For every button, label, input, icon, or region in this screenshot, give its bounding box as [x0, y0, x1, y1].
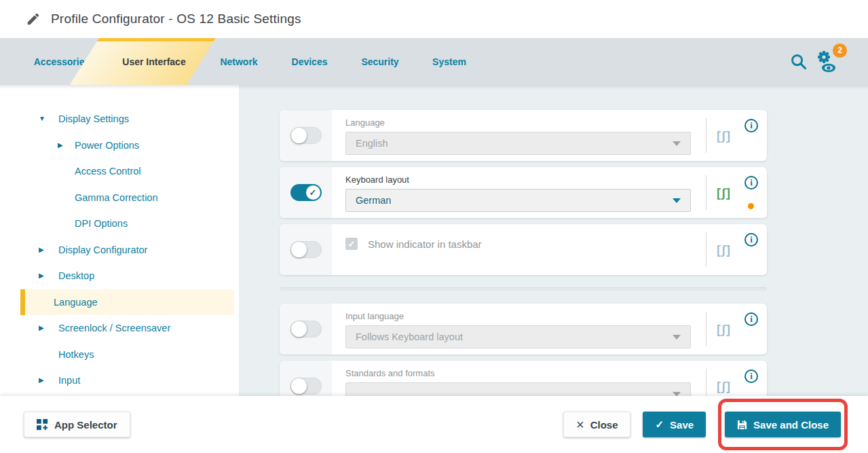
group-divider [280, 287, 767, 291]
field-label: Input language [345, 311, 691, 321]
save-button[interactable]: ✓ Save [643, 412, 706, 437]
expand-arrow-icon[interactable]: ▶ [39, 315, 44, 342]
page-title: Profile Configurator - OS 12 Basic Setti… [51, 12, 301, 26]
search-icon[interactable] [789, 52, 808, 71]
sidebar-item-display-settings[interactable]: ▼ Display Settings [20, 106, 234, 132]
info-icon[interactable]: i [744, 176, 758, 189]
app-selector-button[interactable]: App Selector [24, 412, 130, 437]
language-select: English [345, 132, 691, 155]
pencil-icon [26, 12, 41, 26]
toggle-check-icon: ✓ [306, 185, 320, 200]
setting-row-keyboard-layout: ✓ Keyboard layout German [ʃ] i [280, 167, 767, 218]
info-icon[interactable]: i [744, 119, 758, 132]
app-grid-plus-icon [37, 419, 48, 431]
standards-formats-select [345, 382, 691, 396]
view-settings-gear-eye-icon[interactable]: 2 [816, 50, 839, 74]
info-icon[interactable]: i [744, 312, 758, 326]
setting-row-standards-formats: Standards and formats [ʃ] i [280, 361, 767, 396]
notification-badge: 2 [833, 43, 847, 58]
sidebar-item-language[interactable]: Language [20, 289, 234, 316]
script-variable-icon[interactable]: [ʃ] [717, 242, 731, 257]
standards-formats-toggle[interactable] [290, 378, 322, 395]
modified-indicator-dot [748, 203, 754, 209]
field-label: Keyboard layout [345, 175, 691, 185]
sidebar-item-dpi-options[interactable]: DPI Options [20, 211, 234, 237]
tab-system[interactable]: System [432, 38, 466, 85]
script-variable-icon[interactable]: [ʃ] [717, 128, 731, 143]
collapse-arrow-icon[interactable]: ▼ [39, 106, 45, 132]
highlight-annotation-box: Save and Close [718, 399, 848, 450]
keyboard-layout-toggle[interactable]: ✓ [290, 184, 322, 201]
keyboard-layout-select[interactable]: German [345, 189, 691, 212]
window-header: Profile Configurator - OS 12 Basic Setti… [0, 0, 868, 38]
setting-row-input-language: Input language Follows Keyboard layout [… [280, 304, 767, 355]
sidebar-item-power-options[interactable]: ▶ Power Options [20, 132, 234, 159]
info-icon[interactable]: i [744, 369, 758, 383]
sidebar-item-desktop[interactable]: ▶ Desktop [20, 263, 234, 289]
field-label: Language [345, 117, 691, 128]
expand-arrow-icon[interactable]: ▶ [39, 367, 44, 394]
close-x-icon: × [576, 418, 584, 431]
selected-value: German [356, 195, 391, 206]
tab-bar: Accessories User Interface Network Devic… [0, 38, 868, 85]
input-language-select: Follows Keyboard layout [345, 325, 691, 348]
settings-tree-sidebar: ▼ Display Settings ▶ Power Options Acces… [0, 85, 239, 396]
field-label: Show indicator in taskbar [368, 238, 482, 250]
close-button[interactable]: × Close [563, 412, 631, 437]
sidebar-item-display-configurator[interactable]: ▶ Display Configurator [20, 237, 234, 264]
info-icon[interactable]: i [744, 233, 758, 247]
selected-value: Follows Keyboard layout [356, 331, 463, 342]
sidebar-item-screenlock-screensaver[interactable]: ▶ Screenlock / Screensaver [20, 315, 234, 342]
settings-panel: Language English [ʃ] i ✓ Keyboard layout [239, 85, 868, 396]
selected-value: English [356, 138, 388, 149]
expand-arrow-icon[interactable]: ▶ [39, 263, 44, 289]
show-indicator-toggle[interactable] [290, 241, 322, 258]
dropdown-caret-icon [673, 335, 681, 340]
tab-network[interactable]: Network [220, 38, 257, 85]
action-bar: App Selector × Close ✓ Save [0, 396, 868, 453]
tab-user-interface[interactable]: User Interface [122, 38, 185, 85]
script-variable-icon[interactable]: [ʃ] [717, 379, 731, 393]
script-variable-icon[interactable]: [ʃ] [717, 322, 731, 336]
dropdown-caret-icon [673, 198, 681, 203]
tab-devices[interactable]: Devices [292, 38, 328, 85]
sidebar-item-gamma-correction[interactable]: Gamma Correction [20, 185, 234, 211]
input-language-toggle[interactable] [290, 321, 322, 338]
tab-security[interactable]: Security [361, 38, 398, 85]
setting-row-show-indicator: ✓ Show indicator in taskbar [ʃ] i [280, 224, 767, 275]
check-icon: ✓ [655, 418, 664, 431]
script-variable-icon[interactable]: [ʃ] [717, 185, 731, 200]
sidebar-item-hotkeys[interactable]: Hotkeys [20, 342, 234, 368]
save-and-close-button[interactable]: Save and Close [725, 412, 841, 437]
language-toggle[interactable] [290, 127, 322, 144]
field-label: Standards and formats [345, 368, 691, 378]
taskbar-indicator-checkbox: ✓ [345, 238, 358, 250]
sidebar-item-input[interactable]: ▶ Input [20, 367, 234, 394]
dropdown-caret-icon [673, 141, 681, 146]
setting-row-language: Language English [ʃ] i [280, 110, 767, 161]
floppy-save-icon [737, 420, 747, 430]
sidebar-item-access-control[interactable]: Access Control [20, 158, 234, 185]
expand-arrow-icon[interactable]: ▶ [58, 132, 63, 159]
expand-arrow-icon[interactable]: ▶ [39, 237, 44, 264]
